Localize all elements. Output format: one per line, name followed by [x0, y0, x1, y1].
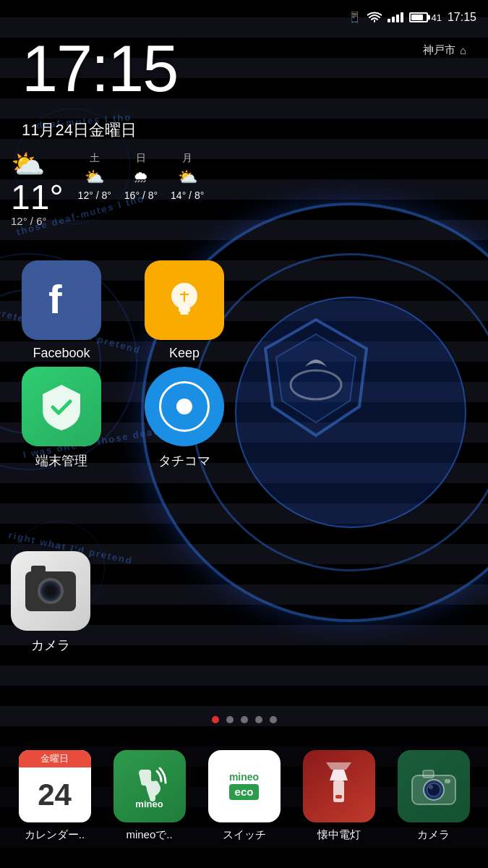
camera-lens	[38, 578, 64, 604]
forecast-sat: 土 ⛅ 12° / 8°	[78, 152, 111, 201]
mineo-icon[interactable]: mineo	[114, 750, 186, 822]
camera-dock-icon[interactable]	[398, 750, 470, 822]
forecast-sun-icon: 🌧	[133, 168, 149, 187]
date-display: 11月24日金曜日	[22, 119, 137, 141]
emblem-center	[235, 297, 466, 528]
dock-flashlight[interactable]: 懐中電灯	[303, 750, 375, 842]
svg-point-14	[427, 783, 440, 796]
camera-body	[25, 571, 76, 611]
calendar-weekday: 金曜日	[40, 753, 69, 764]
battery-level: 41	[431, 12, 441, 23]
mineo-label: mineoで..	[126, 828, 172, 842]
calendar-day: 24	[19, 767, 91, 822]
page-dots	[212, 716, 277, 723]
svg-rect-10	[335, 795, 342, 799]
svg-text:f: f	[48, 278, 62, 322]
flashlight-icon[interactable]	[303, 750, 375, 822]
camera-label: カメラ	[31, 637, 70, 654]
keep-icon[interactable]	[145, 260, 224, 340]
dock-mineo[interactable]: mineo mineoで..	[114, 750, 186, 842]
forecast-mon: 月 ⛅ 14° / 8°	[171, 152, 204, 201]
svg-marker-8	[330, 770, 348, 780]
forecast-sun: 日 🌧 16° / 8°	[124, 152, 158, 201]
current-range: 12° / 6°	[11, 215, 64, 227]
camera-icon[interactable]	[11, 551, 90, 631]
svg-rect-4	[180, 312, 189, 315]
forecast-sat-label: 土	[90, 152, 100, 165]
camera-dock-label: カメラ	[417, 828, 450, 842]
location-display: 神戸市 ⌂	[423, 43, 466, 57]
dot-1[interactable]	[226, 716, 234, 723]
dot-3[interactable]	[255, 716, 262, 723]
app-keep[interactable]: Keep	[134, 260, 235, 361]
tachikoma-icon[interactable]	[145, 367, 224, 446]
calendar-icon[interactable]: 金曜日 24	[19, 750, 91, 822]
app-camera[interactable]: カメラ	[11, 551, 90, 654]
camera-bump	[31, 566, 46, 573]
dot-0[interactable]	[212, 716, 219, 723]
svg-rect-7	[333, 780, 344, 802]
wifi-icon	[367, 12, 382, 23]
app-device-mgr[interactable]: 端末管理	[11, 367, 112, 469]
clock-time: 17:15	[22, 36, 177, 101]
date-text: 11月24日金曜日	[22, 121, 137, 139]
weather-main: ⛅ 11° 12° / 6°	[11, 148, 64, 227]
signal-bars-icon	[388, 12, 403, 22]
status-bar: 📱 41 17:15	[0, 0, 488, 35]
forecast-mon-label: 月	[182, 152, 192, 165]
facebook-label: Facebook	[33, 346, 90, 361]
app-facebook[interactable]: f Facebook	[11, 260, 112, 361]
svg-rect-16	[445, 779, 450, 783]
switch-label: スイッチ	[223, 828, 266, 842]
status-time: 17:15	[448, 11, 476, 24]
forecast-sun-label: 日	[136, 152, 146, 165]
tachikoma-ring	[159, 381, 210, 432]
forecast-mon-icon: ⛅	[178, 168, 197, 187]
dock: 金曜日 24 カレンダー.. mineo mineoで.. mineo	[0, 734, 488, 868]
dock-calendar[interactable]: 金曜日 24 カレンダー..	[19, 750, 91, 842]
forecast-sun-range: 16° / 8°	[124, 190, 158, 201]
svg-marker-9	[326, 762, 351, 770]
flashlight-label: 懐中電灯	[317, 828, 361, 842]
forecast-sat-icon: ⛅	[85, 168, 104, 187]
weather-widget: ⛅ 11° 12° / 6° 土 ⛅ 12° / 8° 日 🌧 16° / 8°…	[11, 148, 204, 227]
sim-icon: 📱	[348, 11, 361, 24]
home-icon: ⌂	[460, 44, 466, 56]
weather-icon-current: ⛅	[11, 148, 64, 180]
switch-icon[interactable]: mineo eco	[208, 750, 281, 822]
dock-camera[interactable]: カメラ	[398, 750, 470, 842]
dot-4[interactable]	[270, 716, 277, 723]
forecast-sat-range: 12° / 8°	[78, 190, 111, 201]
tachikoma-label: タチコマ	[158, 452, 210, 469]
app-grid: f Facebook Keep	[11, 260, 235, 469]
calendar-label: カレンダー..	[25, 828, 85, 842]
dot-2[interactable]	[241, 716, 248, 723]
status-icons: 📱 41 17:15	[348, 11, 476, 24]
time-display: 17:15	[22, 36, 177, 101]
svg-point-15	[429, 785, 433, 789]
current-temp: 11°	[11, 180, 64, 215]
keep-label: Keep	[169, 346, 200, 361]
battery-icon: 41	[409, 12, 441, 23]
tachikoma-dot	[176, 399, 192, 414]
app-camera-row: カメラ	[11, 551, 90, 654]
svg-rect-12	[423, 770, 434, 778]
device-mgr-label: 端末管理	[35, 452, 87, 469]
app-tachikoma[interactable]: タチコマ	[134, 367, 235, 469]
dock-switch[interactable]: mineo eco スイッチ	[208, 750, 281, 842]
calendar-header: 金曜日	[19, 750, 91, 767]
facebook-icon[interactable]: f	[22, 260, 101, 340]
forecast-mon-range: 14° / 8°	[171, 190, 204, 201]
device-mgr-icon[interactable]	[22, 367, 101, 446]
weather-forecast: 土 ⛅ 12° / 8° 日 🌧 16° / 8° 月 ⛅ 14° / 8°	[78, 152, 205, 201]
svg-rect-3	[179, 307, 190, 312]
location-text: 神戸市	[423, 43, 455, 57]
